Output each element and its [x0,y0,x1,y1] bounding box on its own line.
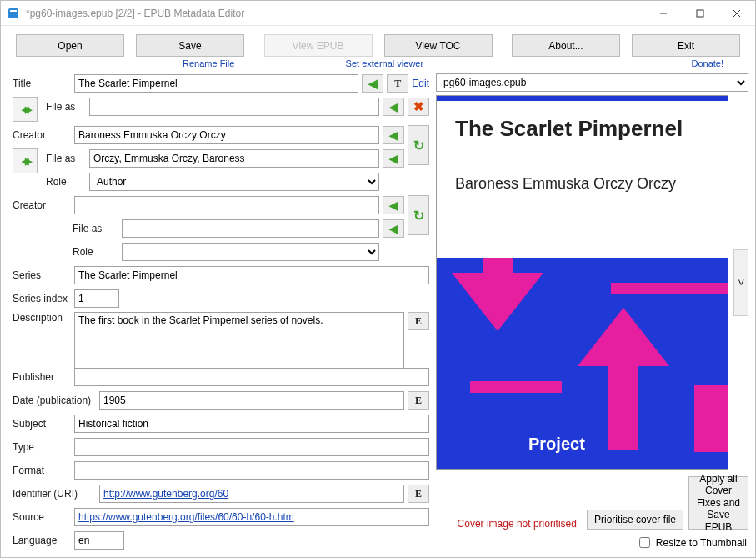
identifier-edit-button[interactable]: E [408,485,429,503]
creator2-role-label: Role [73,246,118,258]
title-label: Title [13,78,71,89]
title-fileas-accept-button[interactable]: ◀ [383,98,404,116]
creator2-role-select[interactable] [122,243,379,261]
description-label: Description [13,312,71,324]
arrow-left-icon: ◀ [389,199,398,212]
donate-link[interactable]: Donate! [691,58,723,68]
creator1-role-select[interactable]: Author [89,173,379,191]
open-button[interactable]: Open [16,34,124,57]
view-toc-button[interactable]: View TOC [384,34,493,57]
exit-button[interactable]: Exit [632,34,740,57]
creator1-label: Creator [13,129,71,141]
creator2-input[interactable] [74,196,379,214]
cover-title: The Scarlet Pimpernel [455,116,709,142]
resize-thumbnail-label: Resize to Thumbnail [656,537,747,549]
cover-preview: The Scarlet Pimpernel Baroness Emmuska O… [436,95,728,470]
view-epub-button: View EPUB [264,34,373,57]
creator2-fileas-input[interactable] [122,219,379,238]
cover-warning: Cover image not prioritised [436,518,582,530]
series-index-input[interactable] [74,289,119,308]
series-label: Series [13,269,71,281]
title-edit-link[interactable]: Edit [412,78,429,89]
close-button[interactable] [718,1,755,25]
titlebar: *pg60-images.epub [2/2] - EPUB Metadata … [1,1,755,26]
minimize-button[interactable] [645,1,682,25]
swap-icon: ◀▶ [22,104,28,115]
title-fileas-label: File as [46,101,86,113]
datepub-input[interactable] [99,391,404,410]
arrow-left-icon: ◀ [368,77,378,90]
cover-file-select[interactable]: pg60-images.epub [436,73,748,92]
creator2-reorder-button[interactable]: ↻ [408,195,429,235]
app-icon [8,7,21,20]
x-icon: ✖ [413,99,424,114]
title-titlecase-button[interactable]: T [387,74,408,93]
creator2-accept-button[interactable]: ◀ [383,196,404,214]
publisher-input[interactable] [74,368,429,386]
format-input[interactable] [74,461,429,480]
language-input[interactable] [74,531,124,550]
creator2-fileas-accept-button[interactable]: ◀ [383,219,404,238]
title-swap-button[interactable]: ◀▶ [13,97,38,122]
cycle-icon: ↻ [413,138,424,153]
rename-file-link[interactable]: Rename File [183,58,234,68]
creator1-fileas-input[interactable] [89,149,379,168]
svg-rect-3 [697,10,703,17]
creator1-role-label: Role [46,176,86,188]
cover-next-button[interactable]: > [733,249,748,316]
series-input[interactable] [74,266,429,284]
cycle-icon: ↻ [413,208,424,224]
resize-thumbnail-input[interactable] [639,537,650,548]
toolbar: Open Save View EPUB View TOC About... Ex… [1,26,755,73]
cover-author: Baroness Emmuska Orczy Orczy [455,175,709,193]
language-label: Language [13,535,71,546]
title-accept-button[interactable]: ◀ [362,74,383,93]
cover-footer: Project [528,435,585,454]
arrow-left-icon: ◀ [389,100,398,113]
title-input[interactable] [74,74,358,93]
arrow-left-icon: ◀ [389,152,398,165]
creator1-fileas-label: File as [46,153,86,164]
subject-input[interactable] [74,415,429,433]
identifier-label: Identifier (URI) [13,488,96,500]
description-edit-button[interactable]: E [408,312,429,330]
title-fileas-input[interactable] [89,98,379,116]
svg-rect-1 [10,10,17,12]
maximize-button[interactable] [682,1,718,25]
format-label: Format [13,465,71,476]
series-index-label: Series index [13,293,71,304]
metadata-form: Title ◀ T Edit ◀▶ File as ◀ ✖ [13,73,429,550]
arrow-left-icon: ◀ [389,128,398,142]
datepub-edit-button[interactable]: E [408,391,429,410]
arrow-left-icon: ◀ [389,222,398,235]
resize-thumbnail-checkbox[interactable]: Resize to Thumbnail [436,533,748,550]
source-input[interactable] [74,508,429,526]
prioritise-cover-button[interactable]: Prioritise cover file [587,510,683,530]
type-label: Type [13,441,71,453]
save-button[interactable]: Save [136,34,244,57]
title-fileas-clear-button[interactable]: ✖ [408,98,429,116]
creator2-label: Creator [13,199,71,211]
identifier-input[interactable] [99,485,404,503]
apply-cover-fixes-button[interactable]: Apply all Cover Fixes and Save EPUB [688,476,748,530]
type-input[interactable] [74,438,429,456]
swap-icon: ◀▶ [22,156,28,167]
creator1-accept-button[interactable]: ◀ [383,126,404,144]
publisher-label: Publisher [13,371,71,383]
cover-panel: pg60-images.epub The Scarlet Pimpernel B… [436,73,748,550]
creator1-fileas-accept-button[interactable]: ◀ [383,149,404,168]
about-button[interactable]: About... [512,34,620,57]
creator2-fileas-label: File as [73,223,118,234]
creator1-reorder-button[interactable]: ↻ [408,125,429,165]
svg-rect-0 [8,8,18,18]
subject-label: Subject [13,418,71,430]
window-title: *pg60-images.epub [2/2] - EPUB Metadata … [26,8,645,19]
datepub-label: Date (publication) [13,395,96,406]
set-external-viewer-link[interactable]: Set external viewer [318,58,451,68]
creator1-input[interactable] [74,126,379,144]
creator1-swap-button[interactable]: ◀▶ [13,148,38,173]
source-label: Source [13,511,71,523]
